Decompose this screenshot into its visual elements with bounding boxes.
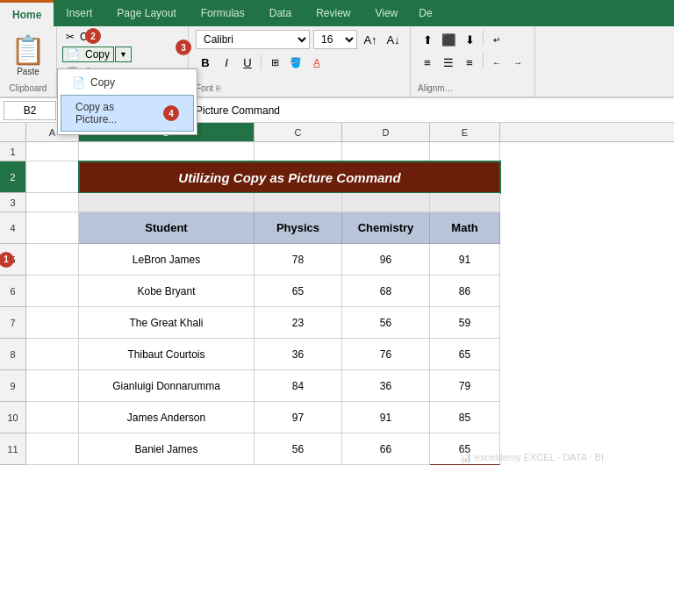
cell-d6[interactable]: 68	[342, 276, 430, 307]
col-header-d[interactable]: D	[342, 123, 430, 141]
underline-button[interactable]: U	[238, 53, 257, 72]
cell-a7[interactable]	[26, 307, 79, 339]
cell-c11[interactable]: 56	[255, 433, 342, 465]
cell-a2[interactable]	[26, 161, 79, 193]
tab-home[interactable]: Home	[0, 0, 54, 26]
row-num-11[interactable]: 11	[0, 433, 25, 465]
cut-button[interactable]: ✂ Cut	[62, 30, 183, 44]
col-header-e[interactable]: E	[430, 123, 500, 141]
italic-button[interactable]: I	[217, 53, 236, 72]
tab-more[interactable]: De	[410, 0, 441, 26]
cell-e4[interactable]: Math	[430, 212, 500, 244]
cell-a4[interactable]	[26, 212, 79, 244]
tab-view[interactable]: View	[362, 0, 410, 26]
font-size-decrease-button[interactable]: A↓	[384, 30, 403, 49]
row-num-8[interactable]: 8	[0, 339, 25, 370]
cell-c4[interactable]: Physics	[255, 212, 342, 244]
border-button[interactable]: ⊞	[265, 53, 284, 72]
cell-d3[interactable]	[342, 193, 430, 212]
wrap-text-button[interactable]: ↵	[487, 30, 506, 49]
row-num-1[interactable]: 1	[0, 142, 25, 161]
cell-a1[interactable]	[26, 142, 79, 161]
copy-dropdown-button[interactable]: ▼ 3	[115, 47, 132, 62]
cell-d8[interactable]: 76	[342, 339, 430, 370]
cell-a10[interactable]	[26, 402, 79, 433]
cell-e5[interactable]: 91	[430, 244, 500, 276]
cell-c10[interactable]: 97	[255, 402, 342, 433]
cell-b9[interactable]: Gianluigi Donnarumma	[79, 370, 255, 402]
row-num-4[interactable]: 4	[0, 212, 25, 244]
cell-c8[interactable]: 36	[255, 339, 342, 370]
cell-a5[interactable]	[26, 244, 79, 276]
paste-button[interactable]: 📋 Paste	[7, 32, 49, 78]
copy-button[interactable]: 📄 Copy	[62, 47, 114, 62]
font-color-button[interactable]: A	[307, 53, 326, 72]
fill-color-button[interactable]: 🪣	[286, 53, 305, 72]
row-num-5[interactable]: 5 1	[0, 244, 25, 276]
cell-e6[interactable]: 86	[430, 276, 500, 307]
row-num-6[interactable]: 6	[0, 276, 25, 307]
cell-d4[interactable]: Chemistry	[342, 212, 430, 244]
row-num-3[interactable]: 3	[0, 193, 25, 212]
cell-e9[interactable]: 79	[430, 370, 500, 402]
align-top-button[interactable]: ⬆	[418, 30, 437, 49]
cell-e10[interactable]: 85	[430, 402, 500, 433]
cell-b10[interactable]: James Anderson	[79, 402, 255, 433]
cell-c7[interactable]: 23	[255, 307, 342, 339]
cell-c3[interactable]	[255, 193, 342, 212]
cell-b11[interactable]: Baniel James	[79, 433, 255, 465]
cell-b5[interactable]: LeBron James	[79, 244, 255, 276]
cell-b3[interactable]	[79, 193, 255, 212]
cell-a3[interactable]	[26, 193, 79, 212]
tab-data[interactable]: Data	[257, 0, 304, 26]
row-num-10[interactable]: 10	[0, 402, 25, 433]
cell-b7[interactable]: The Great Khali	[79, 307, 255, 339]
cell-b4[interactable]: Student	[79, 212, 255, 244]
cell-d7[interactable]: 56	[342, 307, 430, 339]
cell-e7[interactable]: 59	[430, 307, 500, 339]
tab-page-layout[interactable]: Page Layout	[104, 0, 188, 26]
cell-a11[interactable]	[26, 433, 79, 465]
cell-c9[interactable]: 84	[255, 370, 342, 402]
bold-button[interactable]: B	[196, 53, 215, 72]
cell-d10[interactable]: 91	[342, 402, 430, 433]
cell-c5[interactable]: 78	[255, 244, 342, 276]
dropdown-copy-as-picture-item[interactable]: Copy as Picture... 4	[61, 95, 194, 132]
cell-b8[interactable]: Thibaut Courtois	[79, 339, 255, 370]
cell-b6[interactable]: Kobe Bryant	[79, 276, 255, 307]
dropdown-copy-item[interactable]: 📄 Copy	[58, 71, 197, 94]
tab-formulas[interactable]: Formulas	[189, 0, 257, 26]
cell-a6[interactable]	[26, 276, 79, 307]
col-header-c[interactable]: C	[255, 123, 342, 141]
cell-reference-input[interactable]	[4, 101, 56, 120]
cell-c1[interactable]	[255, 142, 342, 161]
cell-d1[interactable]	[342, 142, 430, 161]
align-left-button[interactable]: ≡	[418, 53, 437, 72]
cell-c6[interactable]: 65	[255, 276, 342, 307]
align-middle-button[interactable]: ⬛	[439, 30, 458, 49]
font-name-select[interactable]: Calibri	[196, 30, 310, 49]
row-num-9[interactable]: 9	[0, 370, 25, 402]
cell-e1[interactable]	[430, 142, 500, 161]
tab-review[interactable]: Review	[304, 0, 362, 26]
cell-b1[interactable]	[79, 142, 255, 161]
align-bottom-button[interactable]: ⬇	[460, 30, 479, 49]
cell-d11[interactable]: 66	[342, 433, 430, 465]
row-num-2[interactable]: 2	[0, 161, 25, 193]
tab-insert[interactable]: Insert	[54, 0, 104, 26]
cell-d5[interactable]: 96	[342, 244, 430, 276]
row-num-7[interactable]: 7	[0, 307, 25, 339]
align-right-button[interactable]: ≡	[460, 53, 479, 72]
font-size-select[interactable]: 16	[313, 30, 357, 49]
cell-a9[interactable]	[26, 370, 79, 402]
cell-e8[interactable]: 65	[430, 339, 500, 370]
cell-e3[interactable]	[430, 193, 500, 212]
indent-decrease-button[interactable]: ←	[487, 53, 506, 72]
cell-d9[interactable]: 36	[342, 370, 430, 402]
row-2: Utilizing Copy as Picture Command	[26, 161, 674, 193]
indent-increase-button[interactable]: →	[508, 53, 527, 72]
align-center-button[interactable]: ☰	[439, 53, 458, 72]
cell-b2[interactable]: Utilizing Copy as Picture Command	[79, 161, 500, 193]
font-size-increase-button[interactable]: A↑	[361, 30, 380, 49]
cell-a8[interactable]	[26, 339, 79, 370]
